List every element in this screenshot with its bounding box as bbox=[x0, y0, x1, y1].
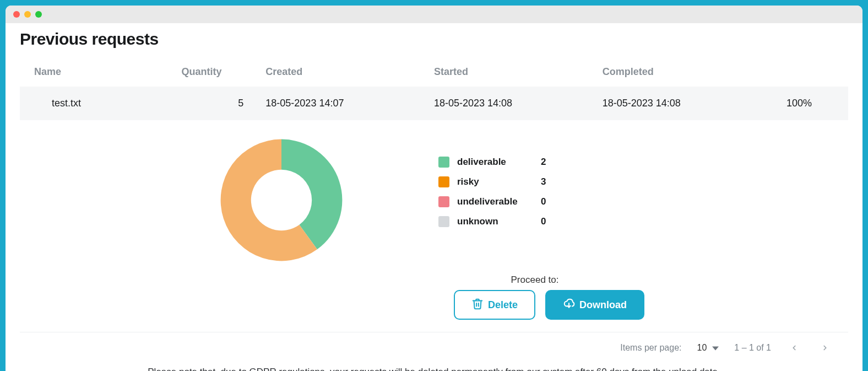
legend-value: 2 bbox=[541, 157, 557, 168]
caret-down-icon bbox=[712, 343, 719, 353]
items-per-page-select[interactable]: 10 bbox=[697, 343, 719, 353]
col-quantity: Quantity bbox=[181, 66, 265, 78]
delete-button-label: Delete bbox=[488, 299, 518, 311]
content-area: Previous requests Name Quantity Created … bbox=[6, 23, 862, 371]
table-header: Name Quantity Created Started Completed bbox=[20, 63, 848, 87]
legend-label: risky bbox=[457, 176, 534, 187]
table-row[interactable]: test.txt 5 18-05-2023 14:07 18-05-2023 1… bbox=[20, 87, 848, 120]
cell-name: test.txt bbox=[34, 98, 181, 109]
download-button-label: Download bbox=[579, 299, 627, 311]
cell-percent: 100% bbox=[771, 98, 834, 109]
legend-item: undeliverable 0 bbox=[438, 196, 557, 207]
cloud-download-icon bbox=[563, 298, 575, 313]
legend-item: deliverable 2 bbox=[438, 157, 557, 168]
detail-panel: deliverable 2 risky 3 undeliverable 0 un… bbox=[20, 120, 848, 270]
legend-label: deliverable bbox=[457, 157, 534, 168]
trash-icon bbox=[471, 298, 484, 313]
window-close-dot[interactable] bbox=[13, 11, 20, 18]
col-created: Created bbox=[265, 66, 434, 78]
cell-started: 18-05-2023 14:08 bbox=[434, 98, 603, 109]
col-name: Name bbox=[34, 66, 181, 78]
legend-item: risky 3 bbox=[438, 176, 557, 187]
pagination: Items per page: 10 1 – 1 of 1 bbox=[20, 332, 848, 360]
window-titlebar bbox=[6, 6, 862, 23]
legend-value: 3 bbox=[541, 176, 557, 187]
legend-value: 0 bbox=[541, 196, 557, 207]
proceed-label: Proceed to: bbox=[454, 275, 616, 286]
prev-page-button[interactable] bbox=[786, 340, 802, 356]
actions-row: Proceed to: Delete bbox=[20, 270, 848, 332]
legend-swatch bbox=[438, 157, 449, 168]
cell-quantity: 5 bbox=[181, 98, 265, 109]
cell-created: 18-05-2023 14:07 bbox=[265, 98, 434, 109]
app-window: Previous requests Name Quantity Created … bbox=[6, 6, 862, 371]
cell-completed: 18-05-2023 14:08 bbox=[603, 98, 771, 109]
gdpr-note: Please note that, due to GDPR regulation… bbox=[20, 360, 848, 371]
page-title: Previous requests bbox=[20, 30, 848, 49]
col-started: Started bbox=[434, 66, 603, 78]
window-zoom-dot[interactable] bbox=[35, 11, 42, 18]
legend-swatch bbox=[438, 196, 449, 207]
items-per-page-label: Items per page: bbox=[620, 343, 681, 353]
items-per-page-value: 10 bbox=[697, 343, 707, 353]
legend-swatch bbox=[438, 216, 449, 227]
legend-swatch bbox=[438, 176, 449, 187]
chart-legend: deliverable 2 risky 3 undeliverable 0 un… bbox=[438, 137, 557, 236]
page-range: 1 – 1 of 1 bbox=[734, 343, 771, 353]
chevron-left-icon bbox=[790, 344, 798, 352]
legend-item: unknown 0 bbox=[438, 216, 557, 227]
chevron-right-icon bbox=[821, 344, 829, 352]
window-minimize-dot[interactable] bbox=[24, 11, 31, 18]
legend-value: 0 bbox=[541, 216, 557, 227]
col-completed: Completed bbox=[603, 66, 771, 78]
download-button[interactable]: Download bbox=[545, 290, 644, 320]
delete-button[interactable]: Delete bbox=[454, 290, 535, 320]
legend-label: undeliverable bbox=[457, 196, 534, 207]
next-page-button[interactable] bbox=[817, 340, 833, 356]
legend-label: unknown bbox=[457, 216, 534, 227]
donut-chart bbox=[218, 137, 345, 264]
